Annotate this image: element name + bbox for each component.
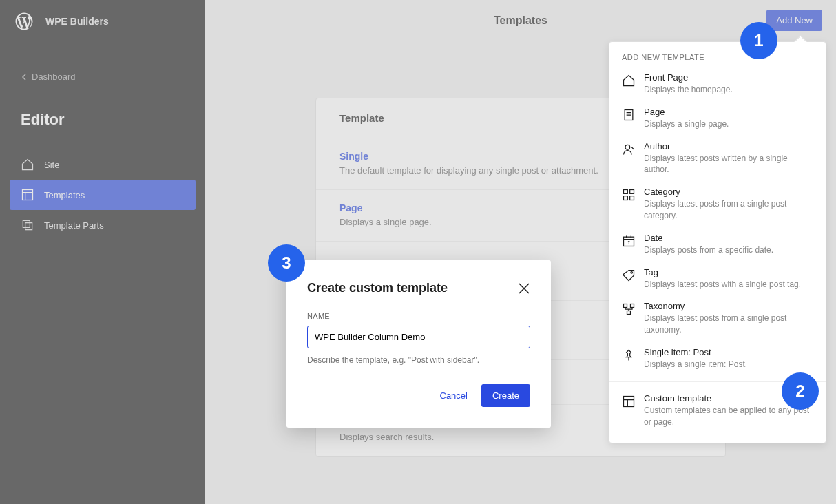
name-field-hint: Describe the template, e.g. "Post with s… xyxy=(307,355,530,365)
dropdown-header: Add New Template xyxy=(609,42,826,67)
svg-rect-18 xyxy=(624,304,627,308)
author-icon xyxy=(622,143,636,156)
dropdown-item-category[interactable]: CategoryDisplays latest posts from a sin… xyxy=(609,181,826,227)
tag-icon xyxy=(622,269,636,282)
create-button[interactable]: Create xyxy=(481,384,530,407)
modal-title: Create custom template xyxy=(307,281,448,295)
dropdown-item-page[interactable]: PageDisplays a single page. xyxy=(609,101,826,136)
dropdown-item-date[interactable]: ? DateDisplays posts from a specific dat… xyxy=(609,227,826,262)
page-icon xyxy=(622,108,636,122)
annotation-badge-2: 2 xyxy=(782,372,819,410)
svg-rect-12 xyxy=(630,190,634,194)
svg-rect-19 xyxy=(631,304,634,308)
cancel-button[interactable]: Cancel xyxy=(433,384,474,407)
svg-point-10 xyxy=(625,145,630,149)
calendar-icon: ? xyxy=(622,234,636,248)
close-icon[interactable] xyxy=(518,282,530,295)
annotation-badge-3: 3 xyxy=(268,244,305,282)
dropdown-item-front-page[interactable]: Front PageDisplays the homepage. xyxy=(609,67,826,101)
svg-rect-13 xyxy=(624,196,628,200)
dropdown-item-single-post[interactable]: Single item: PostDisplays a single item:… xyxy=(609,342,826,376)
dropdown-item-tag[interactable]: TagDisplays latest posts with a single p… xyxy=(609,262,826,296)
category-icon xyxy=(622,188,636,202)
template-name-input[interactable] xyxy=(307,326,530,348)
svg-text:?: ? xyxy=(627,240,630,244)
svg-rect-14 xyxy=(630,196,634,200)
pin-icon xyxy=(622,348,636,362)
svg-rect-20 xyxy=(627,311,631,315)
svg-rect-11 xyxy=(624,190,628,194)
dropdown-item-author[interactable]: AuthorDisplays latest posts written by a… xyxy=(609,136,826,182)
dropdown-item-taxonomy[interactable]: TaxonomyDisplays latest posts from a sin… xyxy=(609,295,826,342)
taxonomy-icon xyxy=(622,302,636,316)
svg-point-17 xyxy=(631,271,633,273)
name-field-label: Name xyxy=(307,312,530,320)
svg-rect-21 xyxy=(624,396,634,406)
create-template-modal: Create custom template Name Describe the… xyxy=(286,260,551,428)
home-icon xyxy=(622,74,636,87)
annotation-badge-1: 1 xyxy=(740,22,777,59)
layout-icon xyxy=(622,395,636,408)
